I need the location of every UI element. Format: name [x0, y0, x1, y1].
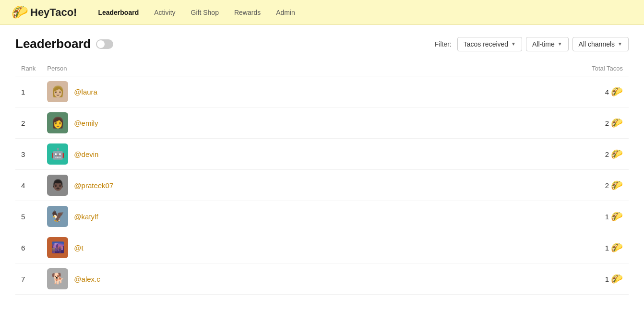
taco-count: 2 — [605, 119, 609, 127]
col-rank: Rank — [15, 61, 41, 76]
tacos-cell: 1🌮 — [571, 201, 629, 232]
table-row: 4👨🏿@prateek072🌮 — [15, 170, 629, 201]
person-name[interactable]: @t — [74, 244, 83, 252]
main-content: Leaderboard Filter: Tacos received ▼ All… — [0, 25, 644, 306]
avatar: 👩🏼 — [47, 81, 68, 102]
rank-cell: 4 — [15, 170, 41, 201]
tacos-cell: 1🌮 — [571, 263, 629, 295]
tacos-cell: 4🌮 — [571, 76, 629, 107]
taco-count: 2 — [605, 150, 609, 158]
toggle-switch[interactable] — [96, 39, 113, 49]
taco-icon: 🌮 — [611, 179, 623, 191]
rank-cell: 2 — [15, 107, 41, 139]
avatar: 🦅 — [47, 206, 68, 227]
person-cell: 👨🏿@prateek07 — [41, 170, 571, 201]
person-name[interactable]: @katylf — [74, 213, 98, 221]
table-header: Rank Person Total Tacos — [15, 61, 629, 76]
avatar: 🌆 — [47, 237, 68, 258]
taco-icon: 🌮 — [611, 273, 623, 285]
avatar: 🤖 — [47, 143, 68, 165]
chevron-down-icon: ▼ — [511, 41, 516, 47]
table-row: 5🦅@katylf1🌮 — [15, 201, 629, 232]
rank-cell: 6 — [15, 232, 41, 263]
person-name[interactable]: @alex.c — [74, 275, 100, 283]
nav-item-activity[interactable]: Activity — [148, 6, 181, 19]
person-cell: 🦅@katylf — [41, 201, 571, 232]
leaderboard-title-group: Leaderboard — [15, 36, 113, 51]
filter-time-label: All-time — [532, 40, 555, 48]
taco-icon: 🌮 — [611, 86, 623, 97]
nav-item-gift-shop[interactable]: Gift Shop — [185, 6, 225, 19]
chevron-down-icon: ▼ — [558, 41, 562, 47]
person-cell: 👩🏼@laura — [41, 76, 571, 107]
table-row: 3🤖@devin2🌮 — [15, 139, 629, 170]
avatar: 👨🏿 — [47, 175, 68, 196]
person-name[interactable]: @prateek07 — [74, 181, 113, 190]
taco-icon: 🌮 — [611, 211, 623, 222]
person-name[interactable]: @devin — [74, 150, 98, 158]
filter-label: Filter: — [435, 40, 452, 48]
taco-count: 2 — [605, 181, 609, 190]
taco-count: 1 — [605, 213, 609, 221]
taco-count: 1 — [605, 244, 609, 252]
taco-icon: 🌮 — [611, 117, 623, 129]
nav-item-leaderboard[interactable]: Leaderboard — [92, 6, 144, 19]
avatar: 🐕 — [47, 268, 68, 289]
taco-count: 1 — [605, 275, 609, 283]
col-person: Person — [41, 61, 571, 76]
person-name[interactable]: @laura — [74, 88, 97, 96]
rank-cell: 1 — [15, 76, 41, 107]
logo-text: HeyTaco! — [30, 6, 77, 19]
chevron-down-icon: ▼ — [618, 41, 622, 47]
leaderboard-header: Leaderboard Filter: Tacos received ▼ All… — [15, 36, 629, 51]
taco-icon: 🌮 — [611, 148, 623, 160]
tacos-cell: 1🌮 — [571, 232, 629, 263]
table-row: 7🐕@alex.c1🌮 — [15, 263, 629, 295]
toggle-knob — [97, 40, 105, 48]
person-name[interactable]: @emily — [74, 119, 98, 127]
leaderboard-table: Rank Person Total Tacos 1👩🏼@laura4🌮2👩@em… — [15, 61, 629, 295]
table-row: 1👩🏼@laura4🌮 — [15, 76, 629, 107]
tacos-cell: 2🌮 — [571, 139, 629, 170]
person-cell: 👩@emily — [41, 107, 571, 139]
col-total-tacos: Total Tacos — [571, 61, 629, 76]
logo-icon: 🌮 — [12, 4, 28, 20]
page-title: Leaderboard — [15, 36, 91, 51]
header: 🌮 HeyTaco! Leaderboard Activity Gift Sho… — [0, 0, 644, 25]
nav-item-admin[interactable]: Admin — [270, 6, 301, 19]
filter-channel-label: All channels — [579, 40, 615, 48]
filter-type-dropdown[interactable]: Tacos received ▼ — [457, 37, 522, 51]
nav-item-rewards[interactable]: Rewards — [228, 6, 266, 19]
filter-group: Filter: Tacos received ▼ All-time ▼ All … — [435, 37, 629, 51]
tacos-cell: 2🌮 — [571, 170, 629, 201]
taco-count: 4 — [605, 88, 609, 96]
person-cell: 🌆@t — [41, 232, 571, 263]
person-cell: 🐕@alex.c — [41, 263, 571, 295]
filter-type-label: Tacos received — [464, 40, 508, 48]
table-row: 2👩@emily2🌮 — [15, 107, 629, 139]
table-body: 1👩🏼@laura4🌮2👩@emily2🌮3🤖@devin2🌮4👨🏿@prate… — [15, 76, 629, 295]
tacos-cell: 2🌮 — [571, 107, 629, 139]
logo[interactable]: 🌮 HeyTaco! — [12, 4, 77, 20]
rank-cell: 3 — [15, 139, 41, 170]
person-cell: 🤖@devin — [41, 139, 571, 170]
rank-cell: 7 — [15, 263, 41, 295]
taco-icon: 🌮 — [611, 242, 623, 253]
rank-cell: 5 — [15, 201, 41, 232]
filter-time-dropdown[interactable]: All-time ▼ — [526, 37, 569, 51]
filter-channel-dropdown[interactable]: All channels ▼ — [572, 37, 629, 51]
main-nav: Leaderboard Activity Gift Shop Rewards A… — [92, 6, 300, 19]
table-row: 6🌆@t1🌮 — [15, 232, 629, 263]
avatar: 👩 — [47, 112, 68, 133]
